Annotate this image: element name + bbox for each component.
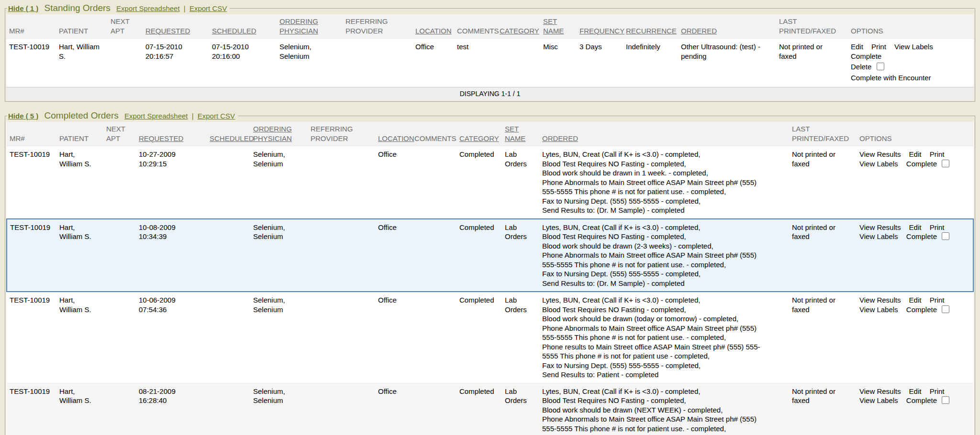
category-cell: Completed — [457, 219, 502, 292]
location-cell: Office — [375, 146, 412, 219]
column-header-referring-provider: REFERRING PROVIDER — [343, 14, 412, 39]
print-link[interactable]: Print — [930, 223, 945, 232]
column-header-scheduled[interactable]: SCHEDULED — [207, 122, 250, 146]
delete-checkbox[interactable] — [877, 63, 884, 70]
complete-link[interactable]: Complete — [906, 305, 937, 315]
standing-hide-link[interactable]: Hide ( 1 ) — [8, 4, 38, 12]
referring-provider-cell — [308, 219, 375, 292]
column-header-options: OPTIONS — [857, 122, 973, 146]
complete-link[interactable]: Complete — [906, 159, 937, 169]
complete-checkbox[interactable] — [942, 160, 949, 167]
column-header-category[interactable]: CATEGORY — [497, 14, 540, 39]
complete-checkbox[interactable] — [942, 305, 949, 313]
mr-cell: TEST-10019 — [7, 219, 56, 292]
comments-cell — [412, 146, 457, 219]
column-header-frequency[interactable]: FREQUENCY — [577, 14, 623, 39]
last-printed-faxed-cell: Not printed or faxed — [789, 292, 857, 383]
completed-export-spreadsheet-link[interactable]: Export Spreadsheet — [124, 112, 188, 120]
complete-with-encounter-link[interactable]: Complete with Encounter — [851, 73, 931, 83]
complete-link[interactable]: Complete — [906, 232, 937, 241]
column-header-ordered[interactable]: ORDERED — [539, 122, 789, 146]
next-apt-cell — [103, 146, 136, 219]
column-header-patient: PATIENT — [56, 122, 103, 146]
view-results-link[interactable]: View Results — [859, 150, 901, 159]
comments-cell — [412, 219, 457, 292]
view-labels-link[interactable]: View Labels — [894, 42, 933, 52]
completed-order-row-selected: TEST-10019 Hart, William S. 10-08-2009 1… — [7, 219, 973, 292]
view-labels-link[interactable]: View Labels — [859, 305, 898, 315]
column-header-ordering-physician[interactable]: ORDERING PHYSICIAN — [277, 14, 343, 39]
view-labels-link[interactable]: View Labels — [859, 232, 898, 241]
column-header-last-printed-faxed: LAST PRINTED/FAXED — [789, 122, 857, 146]
standing-export-csv-link[interactable]: Export CSV — [189, 4, 227, 12]
column-header-scheduled[interactable]: SCHEDULED — [209, 14, 277, 39]
complete-link[interactable]: Complete — [906, 396, 937, 405]
completed-order-row: TEST-10019 Hart, William S. 08-21-2009 1… — [7, 383, 973, 435]
column-header-ordering-physician[interactable]: ORDERING PHYSICIAN — [250, 122, 308, 146]
complete-link[interactable]: Complete — [851, 52, 881, 61]
delete-link[interactable]: Delete — [851, 62, 871, 72]
column-header-comments: COMMENTS — [454, 14, 497, 39]
requested-cell: 10-27-2009 10:29:15 — [136, 146, 207, 219]
set-name-cell: Misc — [540, 39, 577, 87]
scheduled-cell: 07-15-2010 20:16:00 — [209, 39, 277, 87]
edit-link[interactable]: Edit — [851, 42, 863, 52]
completed-hide-link[interactable]: Hide ( 5 ) — [8, 112, 38, 120]
print-link[interactable]: Print — [871, 42, 886, 52]
scheduled-cell — [207, 292, 250, 383]
set-name-cell: Lab Orders — [502, 383, 539, 435]
complete-checkbox[interactable] — [942, 396, 949, 404]
print-link[interactable]: Print — [930, 150, 945, 159]
column-header-recurrence[interactable]: RECURRENCE — [623, 14, 678, 39]
set-name-cell: Lab Orders — [502, 219, 539, 292]
edit-link[interactable]: Edit — [909, 387, 922, 396]
standing-export-spreadsheet-link[interactable]: Export Spreadsheet — [116, 4, 180, 12]
mr-cell: TEST-10019 — [6, 39, 56, 87]
referring-provider-cell — [343, 39, 412, 87]
next-apt-cell — [108, 39, 143, 87]
column-header-location[interactable]: LOCATION — [375, 122, 412, 146]
edit-link[interactable]: Edit — [909, 295, 922, 305]
scheduled-cell — [207, 383, 250, 435]
options-cell: View Results Edit Print View Labels Comp… — [857, 146, 973, 219]
completed-export-csv-link[interactable]: Export CSV — [198, 112, 235, 120]
column-header-set-name[interactable]: SET NAME — [540, 14, 577, 39]
standing-header-row: MR# PATIENT NEXT APT REQUESTED SCHEDULED… — [6, 14, 974, 39]
options-cell: View Results Edit Print View Labels Comp… — [857, 219, 973, 292]
view-results-link[interactable]: View Results — [859, 295, 901, 305]
column-header-next-apt: NEXT APT — [103, 122, 136, 146]
mr-cell: TEST-10019 — [7, 146, 56, 219]
view-labels-link[interactable]: View Labels — [859, 396, 898, 405]
edit-link[interactable]: Edit — [909, 223, 922, 232]
scheduled-cell — [207, 219, 250, 292]
patient-cell: Hart, William S. — [56, 146, 103, 219]
displaying-footer: DISPLAYING 1-1 / 1 — [6, 87, 974, 101]
column-header-requested[interactable]: REQUESTED — [136, 122, 207, 146]
column-header-ordered[interactable]: ORDERED — [678, 14, 776, 39]
next-apt-cell — [103, 383, 136, 435]
column-header-requested[interactable]: REQUESTED — [143, 14, 209, 39]
ordering-physician-cell: Selenium, Selenium — [250, 219, 308, 292]
view-labels-link[interactable]: View Labels — [859, 159, 898, 169]
patient-cell: Hart, William S. — [56, 219, 103, 292]
edit-link[interactable]: Edit — [909, 150, 922, 159]
legend-separator: | — [184, 4, 186, 12]
options-cell: View Results Edit Print View Labels Comp… — [857, 383, 973, 435]
next-apt-cell — [103, 219, 136, 292]
print-link[interactable]: Print — [930, 295, 945, 305]
complete-checkbox[interactable] — [942, 232, 949, 240]
view-results-link[interactable]: View Results — [859, 223, 901, 232]
column-header-mr: MR# — [6, 14, 56, 39]
last-printed-faxed-cell: Not printed or faxed — [789, 219, 857, 292]
ordering-physician-cell: Selenium, Selenium — [250, 146, 308, 219]
column-header-category[interactable]: CATEGORY — [457, 122, 502, 146]
completed-order-row: TEST-10019 Hart, William S. 10-27-2009 1… — [7, 146, 973, 219]
column-header-set-name[interactable]: SET NAME — [502, 122, 539, 146]
column-header-location[interactable]: LOCATION — [412, 14, 454, 39]
category-cell: Completed — [457, 292, 502, 383]
requested-cell: 10-06-2009 07:54:36 — [136, 292, 207, 383]
print-link[interactable]: Print — [930, 387, 945, 396]
view-results-link[interactable]: View Results — [859, 387, 901, 396]
patient-cell: Hart, William S. — [56, 39, 108, 87]
mr-cell: TEST-10019 — [7, 292, 56, 383]
